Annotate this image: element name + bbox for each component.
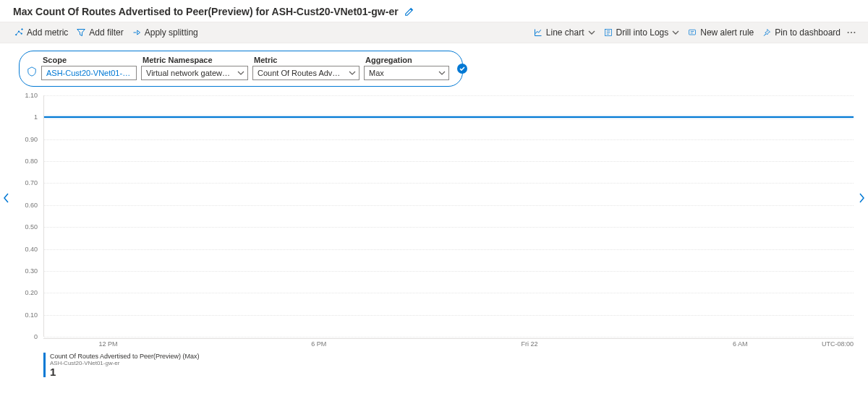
legend-series-name: Count Of Routes Advertised to Peer(Previ…: [50, 353, 200, 360]
plot-area[interactable]: [43, 95, 854, 337]
metric-value: Count Of Routes Advert...: [258, 69, 344, 77]
y-tick-label: 0.70: [19, 179, 38, 186]
y-tick-label: 0.90: [19, 136, 38, 143]
namespace-dropdown[interactable]: Virtual network gatewa...: [141, 66, 248, 80]
y-tick-label: 0.50: [19, 223, 38, 231]
apply-splitting-button[interactable]: Apply splitting: [128, 22, 203, 43]
y-tick-label: 1.10: [19, 92, 38, 99]
chevron-down-icon: [588, 29, 595, 36]
chevron-down-icon: [237, 69, 244, 77]
add-metric-label: Add metric: [27, 27, 68, 38]
grid-line: [44, 227, 854, 228]
new-alert-rule-button[interactable]: New alert rule: [684, 22, 758, 43]
grid-line: [44, 249, 854, 250]
chevron-down-icon: [438, 69, 446, 77]
y-tick-label: 0.10: [19, 311, 38, 319]
scope-value: ASH-Cust20-VNet01-gw-er: [46, 69, 133, 77]
query-valid-check-icon: [457, 64, 467, 74]
apply-splitting-label: Apply splitting: [145, 27, 198, 38]
y-tick-label: 1: [19, 113, 38, 121]
drill-into-logs-label: Drill into Logs: [616, 27, 669, 38]
pin-to-dashboard-label: Pin to dashboard: [775, 27, 841, 38]
grid-line: [44, 315, 854, 316]
prev-chart-arrow[interactable]: [1, 187, 12, 209]
metric-chart: 00.100.200.300.400.500.600.700.800.9011.…: [19, 95, 854, 380]
scope-field: Scope ASH-Cust20-VNet01-gw-er: [41, 56, 137, 80]
grid-line: [44, 271, 854, 272]
y-tick-label: 0.30: [19, 267, 38, 275]
metric-label: Metric: [252, 56, 359, 64]
resource-icon: [27, 66, 37, 79]
aggregation-value: Max: [369, 69, 384, 77]
x-axis: UTC-08:00 12 PM6 PMFri 226 AM: [43, 338, 854, 348]
namespace-value: Virtual network gatewa...: [146, 69, 233, 77]
metric-query-pill: Scope ASH-Cust20-VNet01-gw-er Metric Nam…: [19, 51, 463, 87]
chevron-down-icon: [672, 29, 679, 36]
y-tick-label: 0.20: [19, 289, 38, 296]
y-axis: 00.100.200.300.400.500.600.700.800.9011.…: [19, 95, 39, 337]
namespace-label: Metric Namespace: [141, 56, 248, 64]
y-tick-label: 0.60: [19, 202, 38, 209]
metric-field: Metric Count Of Routes Advert...: [252, 56, 359, 80]
metric-dropdown[interactable]: Count Of Routes Advert...: [252, 66, 359, 80]
page-title: Max Count Of Routes Advertised to Peer(P…: [13, 6, 399, 17]
edit-title-icon[interactable]: [404, 7, 414, 17]
y-tick-label: 0: [19, 333, 38, 340]
chart-type-dropdown[interactable]: Line chart: [529, 22, 600, 43]
grid-line: [44, 205, 854, 206]
new-alert-rule-label: New alert rule: [700, 27, 754, 38]
namespace-field: Metric Namespace Virtual network gatewa.…: [141, 56, 248, 80]
scope-label: Scope: [41, 56, 137, 64]
aggregation-dropdown[interactable]: Max: [364, 66, 449, 80]
chart-legend[interactable]: Count Of Routes Advertised to Peer(Previ…: [43, 353, 200, 377]
pin-to-dashboard-button[interactable]: Pin to dashboard: [758, 22, 845, 43]
grid-line: [44, 95, 854, 96]
chart-type-label: Line chart: [546, 27, 584, 38]
svg-rect-4: [689, 30, 696, 35]
x-tick-label: 6 AM: [733, 340, 748, 348]
grid-line: [44, 293, 854, 293]
y-tick-label: 0.40: [19, 246, 38, 253]
svg-point-6: [851, 32, 852, 33]
legend-series-resource: ASH-Cust20-VNet01-gw-er: [50, 360, 200, 366]
add-metric-button[interactable]: Add metric: [10, 22, 72, 43]
add-filter-button[interactable]: Add filter: [72, 22, 127, 43]
chart-toolbar: Add metric Add filter Apply splitting Li…: [0, 22, 868, 43]
add-filter-label: Add filter: [89, 27, 123, 38]
scope-picker[interactable]: ASH-Cust20-VNet01-gw-er: [41, 66, 137, 80]
grid-line: [44, 337, 854, 337]
x-tick-label: 6 PM: [311, 340, 326, 348]
next-chart-arrow[interactable]: [856, 187, 867, 209]
grid-line: [44, 183, 854, 184]
y-tick-label: 0.80: [19, 158, 38, 165]
grid-line: [44, 139, 854, 140]
metric-query-row: Scope ASH-Cust20-VNet01-gw-er Metric Nam…: [0, 43, 868, 87]
svg-point-7: [854, 32, 855, 33]
svg-point-5: [848, 32, 849, 33]
x-tick-label: 12 PM: [99, 340, 118, 348]
aggregation-field: Aggregation Max: [364, 56, 449, 80]
timezone-label: UTC-08:00: [822, 340, 854, 348]
page-header: Max Count Of Routes Advertised to Peer(P…: [0, 0, 868, 22]
chevron-down-icon: [349, 69, 356, 77]
series-line: [44, 116, 854, 118]
x-tick-label: Fri 22: [521, 340, 537, 348]
aggregation-label: Aggregation: [364, 56, 449, 64]
grid-line: [44, 161, 854, 162]
more-options-button[interactable]: [845, 22, 858, 43]
drill-into-logs-dropdown[interactable]: Drill into Logs: [600, 22, 684, 43]
legend-series-value: 1: [50, 366, 200, 377]
